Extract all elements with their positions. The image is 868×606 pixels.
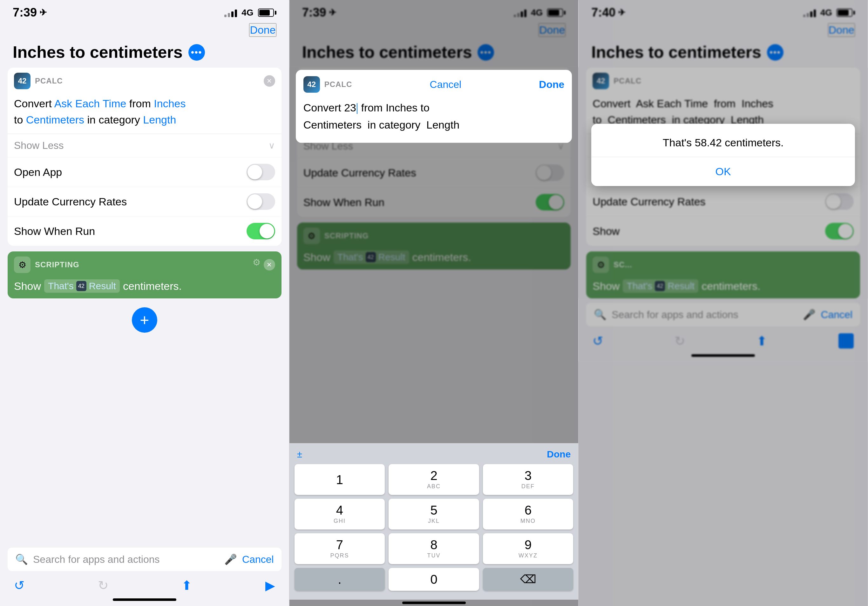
- page-title-1: Inches to centimeters: [13, 43, 183, 61]
- panel-1: 7:39 ✈ 4G Done Inches to centimeters •••: [0, 0, 290, 606]
- page-title-row-1: Inches to centimeters •••: [0, 40, 289, 68]
- location-icon: ✈: [39, 7, 47, 18]
- play-button-1[interactable]: ▶: [265, 578, 275, 593]
- key-7[interactable]: 7 PQRS: [294, 533, 385, 564]
- centimeters-tag[interactable]: Centimeters: [26, 114, 84, 126]
- key-9[interactable]: 9 WXYZ: [483, 533, 574, 564]
- scripting-content-1: Show That's 42 Result centimeters.: [8, 278, 282, 298]
- content-area-1: 42 PCALC ✕ Convert Ask Each Time from In…: [0, 68, 289, 543]
- show-less-row-1[interactable]: Show Less ∨: [8, 134, 282, 157]
- share-button-1[interactable]: ⬆: [181, 578, 192, 593]
- home-indicator-2: [402, 601, 466, 604]
- key-delete[interactable]: ⌫: [483, 568, 574, 591]
- cursor: [357, 103, 357, 114]
- update-currency-toggle-row: Update Currency Rates: [8, 187, 282, 216]
- keyboard-top-row: ± Done: [292, 446, 576, 464]
- show-when-run-label: Show When Run: [14, 225, 95, 237]
- pcalc-icon-1: 42: [14, 73, 31, 89]
- key-2[interactable]: 2 ABC: [389, 464, 479, 495]
- thats-result-pill-1[interactable]: That's 42 Result: [44, 279, 120, 293]
- dialog-done-button[interactable]: Done: [539, 79, 564, 90]
- scripting-card-1: ⚙ SCRIPTING ✕ ⚙ Show That's 42 Result ce…: [8, 251, 282, 298]
- show-when-run-toggle-row: Show When Run: [8, 216, 282, 246]
- ask-each-time-tag[interactable]: Ask Each Time: [54, 97, 129, 110]
- pcalc-app-name-1: PCALC: [35, 76, 63, 85]
- toolbar-1: ↺ ↻ ⬆ ▶: [8, 577, 282, 597]
- key-dot[interactable]: .: [294, 568, 385, 591]
- close-scripting-button-1[interactable]: ✕: [264, 259, 275, 271]
- 4g-label-1: 4G: [242, 8, 253, 18]
- add-action-button-1[interactable]: +: [132, 307, 157, 333]
- keyboard-area: ± Done 1 2 ABC 3 DEF 4 GHI: [290, 443, 578, 606]
- alert-ok-button-3[interactable]: OK: [591, 157, 855, 186]
- signal-bars-1: [224, 8, 237, 17]
- scripting-icon-1: ⚙: [14, 257, 31, 273]
- battery-icon-1: [258, 9, 276, 17]
- keyboard: ± Done 1 2 ABC 3 DEF 4 GHI: [290, 443, 578, 600]
- status-bar-1: 7:39 ✈ 4G: [0, 0, 289, 22]
- key-5[interactable]: 5 JKL: [389, 499, 479, 530]
- bottom-bar-1: 🔍 Search for apps and actions 🎤 Cancel ↺…: [0, 543, 289, 606]
- key-4[interactable]: 4 GHI: [294, 499, 385, 530]
- mic-icon-1[interactable]: 🎤: [224, 553, 237, 565]
- alert-body-3: That's 58.42 centimeters.: [591, 124, 855, 157]
- update-currency-toggle[interactable]: [246, 193, 275, 210]
- show-when-run-toggle[interactable]: [246, 223, 275, 240]
- top-nav-1: Done: [0, 22, 289, 40]
- dialog-pcalc-icon: 42: [304, 76, 320, 93]
- chevron-down-icon-1: ∨: [268, 140, 275, 151]
- key-1[interactable]: 1: [294, 464, 385, 495]
- status-time-1: 7:39 ✈: [13, 6, 47, 19]
- keyboard-grid: 1 2 ABC 3 DEF 4 GHI 5 JKL: [292, 464, 576, 593]
- scripting-gear-icon-1: ⚙: [253, 257, 260, 267]
- card-header-1: 42 PCALC ✕: [8, 68, 282, 94]
- search-placeholder-1: Search for apps and actions: [33, 553, 219, 565]
- search-bar-1[interactable]: 🔍 Search for apps and actions 🎤 Cancel: [8, 547, 282, 571]
- show-less-label-1: Show Less: [14, 140, 64, 152]
- length-tag[interactable]: Length: [143, 114, 176, 126]
- home-indicator-1: [113, 598, 176, 601]
- pcalc-mini-icon: 42: [76, 281, 87, 291]
- search-icon-1: 🔍: [15, 553, 28, 565]
- dialog-input-field[interactable]: Convert 23 from Inches toCentimeters in …: [296, 96, 572, 143]
- in-category-label: in category: [87, 114, 143, 126]
- open-app-toggle-row: Open App: [8, 157, 282, 187]
- update-currency-label: Update Currency Rates: [14, 196, 127, 208]
- done-button-1[interactable]: Done: [249, 23, 276, 37]
- close-pcalc-button-1[interactable]: ✕: [264, 75, 275, 87]
- alert-message-3: That's 58.42 centimeters.: [601, 135, 845, 150]
- key-6[interactable]: 6 MNO: [483, 499, 574, 530]
- dialog-cancel-button[interactable]: Cancel: [430, 79, 462, 90]
- scripting-label-1: SCRIPTING: [35, 260, 79, 269]
- dialog-header-2: 42 PCALC Cancel Done: [296, 70, 572, 96]
- card-content-1: Convert Ask Each Time from Inches to Cen…: [8, 94, 282, 134]
- alert-dialog-3: That's 58.42 centimeters. OK: [591, 124, 855, 186]
- forward-button-1[interactable]: ↻: [98, 578, 108, 593]
- centimeters-label-1: centimeters.: [123, 280, 182, 292]
- keyboard-done-button[interactable]: Done: [547, 449, 570, 460]
- open-app-label: Open App: [14, 166, 62, 178]
- back-button-1[interactable]: ↺: [14, 578, 25, 593]
- scripting-header-1: ⚙ SCRIPTING ✕: [8, 251, 282, 278]
- dialog-app-name: PCALC: [324, 80, 352, 89]
- panel-2: 7:39 ✈ 4G Done Inches to centimeters •••: [290, 0, 579, 606]
- key-0[interactable]: 0: [389, 568, 479, 591]
- pcalc-card-1: 42 PCALC ✕ Convert Ask Each Time from In…: [8, 68, 282, 246]
- panel-3: 7:40 ✈ 4G Done Inches to centimeters •••: [578, 0, 868, 606]
- input-dialog-2: 42 PCALC Cancel Done Convert 23 from Inc…: [296, 70, 572, 143]
- panel3-overlay: [578, 0, 868, 606]
- key-8[interactable]: 8 TUV: [389, 533, 479, 564]
- key-3[interactable]: 3 DEF: [483, 464, 574, 495]
- inches-tag[interactable]: Inches: [154, 97, 186, 110]
- show-label-1: Show: [14, 280, 41, 292]
- to-label: to: [14, 114, 26, 126]
- status-icons-1: 4G: [224, 8, 276, 18]
- open-app-toggle[interactable]: [246, 164, 275, 180]
- cancel-search-button-1[interactable]: Cancel: [242, 553, 274, 565]
- title-options-button-1[interactable]: •••: [188, 44, 205, 60]
- plus-minus-key[interactable]: ±: [297, 449, 302, 460]
